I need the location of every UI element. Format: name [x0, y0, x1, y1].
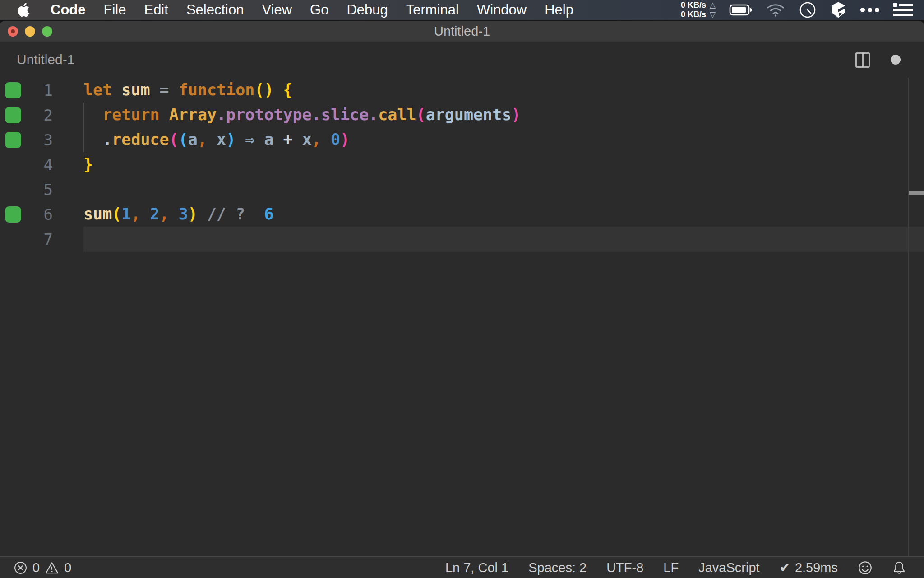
cube-icon[interactable] [830, 1, 846, 19]
code-token: ( [169, 131, 179, 149]
code-token [321, 131, 331, 149]
code-token [140, 205, 150, 223]
encoding-setting[interactable]: UTF-8 [606, 560, 643, 575]
code-token [150, 81, 160, 99]
overview-ruler-cursor-mark [909, 191, 924, 195]
code-token: x [217, 131, 226, 149]
menu-selection[interactable]: Selection [186, 2, 244, 18]
gutter-spacer [5, 231, 21, 247]
window-titlebar[interactable]: Untitled-1 [0, 21, 924, 42]
list-icon[interactable] [893, 3, 913, 17]
cursor-position[interactable]: Ln 7, Col 1 [445, 560, 508, 575]
code-line-5[interactable]: 5 [0, 177, 924, 202]
menu-help[interactable]: Help [545, 2, 573, 18]
network-speed-indicator[interactable]: 0 KB/s △ 0 KB/s ▽ [681, 0, 716, 19]
code-line-2[interactable]: 2 return Array.prototype.slice.call(argu… [0, 103, 924, 127]
code-line-6[interactable]: 6sum(1, 2, 3) // ? 6 [0, 202, 924, 227]
code-token: ( [416, 106, 426, 124]
code-token: prototype [226, 106, 312, 124]
code-token [83, 106, 102, 124]
code-line-3[interactable]: 3 .reduce((a, x) ⇒ a + x, 0) [0, 127, 924, 152]
menu-window[interactable]: Window [477, 2, 527, 18]
download-triangle-icon: ▽ [710, 10, 716, 19]
menu-view[interactable]: View [262, 2, 292, 18]
smiley-icon[interactable] [858, 560, 873, 575]
code-token: a [264, 131, 273, 149]
code-line-7[interactable]: 7 [0, 227, 924, 252]
code-token [273, 81, 283, 99]
code-token: let [83, 81, 112, 99]
code-token: ) [188, 205, 198, 223]
code-line-1[interactable]: 1let sum = function() { [0, 78, 924, 103]
network-down-label: 0 KB/s [681, 10, 706, 19]
line-number: 4 [21, 156, 53, 174]
split-editor-icon[interactable] [855, 52, 870, 68]
menu-bar: CodeFileEditSelectionViewGoDebugTerminal… [0, 0, 924, 20]
problems-indicator[interactable]: 0 0 [14, 560, 71, 575]
code-token: , [198, 131, 207, 149]
gutter-spacer [5, 182, 21, 198]
wifi-icon[interactable] [766, 3, 785, 17]
menu-edit[interactable]: Edit [144, 2, 168, 18]
code-token: = [160, 81, 169, 99]
close-button[interactable] [8, 26, 18, 37]
code-line-4[interactable]: 4} [0, 152, 924, 177]
code-token [236, 131, 245, 149]
network-up-label: 0 KB/s [681, 0, 706, 10]
code-token [198, 205, 207, 223]
code-text: } [83, 152, 924, 177]
menu-debug[interactable]: Debug [346, 2, 388, 18]
code-token [160, 106, 169, 124]
bell-icon[interactable] [892, 560, 906, 575]
menu-file[interactable]: File [104, 2, 126, 18]
code-token: ? [236, 205, 245, 223]
upload-triangle-icon: △ [710, 0, 716, 10]
language-mode[interactable]: JavaScript [698, 560, 759, 575]
zoom-button[interactable] [42, 26, 52, 37]
code-token: function [179, 81, 255, 99]
menu-terminal[interactable]: Terminal [406, 2, 459, 18]
code-token: , [160, 205, 169, 223]
quokka-coverage-indicator [5, 206, 21, 223]
warning-count: 0 [64, 560, 71, 575]
traffic-lights [8, 21, 52, 42]
code-token: + [283, 131, 293, 149]
apple-menu-icon[interactable] [17, 2, 31, 18]
code-token: arguments [426, 106, 512, 124]
code-token: ( [112, 205, 121, 223]
code-token: a [188, 131, 198, 149]
eol-setting[interactable]: LF [663, 560, 679, 575]
code-token: // [207, 205, 226, 223]
editor-tab-label[interactable]: Untitled-1 [17, 52, 74, 67]
code-text [83, 227, 924, 252]
warning-icon [45, 561, 59, 575]
ellipsis-icon[interactable] [860, 7, 880, 13]
code-lines: 1let sum = function() {2 return Array.pr… [0, 78, 924, 252]
line-number: 2 [21, 106, 53, 124]
menu-items: CodeFileEditSelectionViewGoDebugTerminal… [51, 2, 573, 18]
code-token: . [369, 106, 378, 124]
editor-header: Untitled-1 [0, 42, 924, 78]
code-token: 0 [331, 131, 340, 149]
indentation-setting[interactable]: Spaces: 2 [528, 560, 587, 575]
code-token: ) [340, 131, 350, 149]
minimize-button[interactable] [25, 26, 35, 37]
code-token: ) [226, 131, 236, 149]
code-token: return [102, 106, 159, 124]
code-text: sum(1, 2, 3) // ? 6 [83, 202, 924, 227]
code-editor[interactable]: 1let sum = function() {2 return Array.pr… [0, 78, 924, 556]
status-bar: 0 0 Ln 7, Col 1 Spaces: 2 UTF-8 LF JavaS… [0, 556, 924, 578]
menu-code[interactable]: Code [51, 2, 86, 18]
code-token [169, 81, 179, 99]
code-token: ⇒ [245, 131, 254, 149]
clock-icon[interactable] [799, 1, 817, 19]
code-token: } [83, 155, 93, 173]
battery-icon[interactable] [729, 4, 753, 16]
unsaved-changes-dot[interactable] [891, 55, 901, 65]
code-token: , [312, 131, 321, 149]
code-token: . [312, 106, 321, 124]
quokka-status[interactable]: ✔ 2.59ms [780, 560, 838, 575]
menu-go[interactable]: Go [310, 2, 328, 18]
quokka-coverage-indicator [5, 132, 21, 148]
code-token [207, 131, 217, 149]
